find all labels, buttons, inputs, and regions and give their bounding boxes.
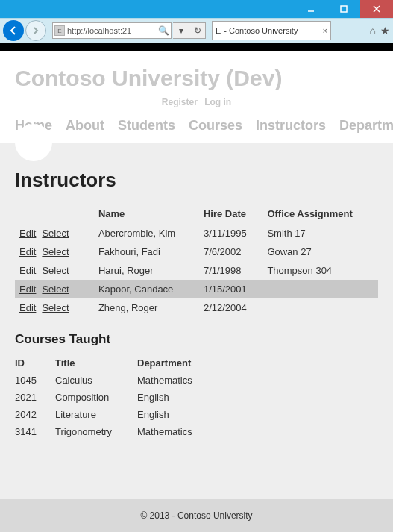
footer: © 2013 - Contoso University — [0, 499, 393, 532]
cell-title: Composition — [55, 389, 137, 406]
instructors-table: Name Hire Date Office Assignment EditSel… — [15, 204, 378, 317]
col-hire: Hire Date — [199, 204, 262, 224]
table-row: 2042LiteratureEnglish — [15, 406, 203, 423]
minimize-button[interactable] — [295, 0, 327, 18]
search-icon[interactable]: 🔍 — [158, 25, 169, 36]
nav-departments[interactable]: Departments — [339, 118, 393, 134]
tab-close-icon[interactable]: × — [323, 26, 327, 35]
nav-about[interactable]: About — [66, 118, 104, 134]
cell-hire: 1/15/2001 — [199, 280, 262, 298]
cell-id: 1045 — [15, 372, 55, 389]
select-link[interactable]: Select — [42, 265, 69, 276]
cell-office — [262, 298, 378, 317]
cell-title: Calculus — [55, 372, 137, 389]
maximize-button[interactable] — [327, 0, 360, 18]
cell-name: Harui, Roger — [94, 261, 199, 280]
cell-id: 3141 — [15, 423, 55, 440]
cell-hire: 7/1/1998 — [199, 261, 262, 280]
select-link[interactable]: Select — [42, 228, 69, 239]
address-url-prefix: http:// — [67, 26, 88, 35]
page-title: Instructors — [15, 169, 378, 192]
register-link[interactable]: Register — [162, 97, 198, 107]
table-row: EditSelectFakhouri, Fadi7/6/2002Gowan 27 — [15, 242, 378, 261]
cell-dept: English — [137, 406, 203, 423]
window-titlebar — [0, 0, 393, 18]
cell-hire: 3/11/1995 — [199, 224, 262, 242]
address-bar[interactable]: E http://localhost:21 🔍 — [52, 22, 172, 39]
addr-dropdown-button[interactable]: ▾ — [173, 22, 189, 39]
col-title: Title — [55, 354, 137, 372]
forward-button[interactable] — [25, 20, 46, 41]
address-buttons: ▾ ↻ — [173, 22, 206, 39]
browser-toolbar: E http://localhost:21 🔍 ▾ ↻ E - Contoso … — [0, 18, 393, 43]
cell-dept: Mathematics — [137, 372, 203, 389]
refresh-button[interactable]: ↻ — [189, 22, 206, 39]
edit-link[interactable]: Edit — [19, 228, 36, 239]
cell-id: 2042 — [15, 406, 55, 423]
favorites-icon[interactable]: ★ — [380, 25, 390, 37]
cell-title: Literature — [55, 406, 137, 423]
cell-hire: 2/12/2004 — [199, 298, 262, 317]
select-link[interactable]: Select — [42, 302, 69, 313]
page-favicon-icon: E — [54, 25, 65, 36]
cell-dept: Mathematics — [137, 423, 203, 440]
cell-title: Trigonometry — [55, 423, 137, 440]
table-row: EditSelectHarui, Roger7/1/1998Thompson 3… — [15, 261, 378, 280]
courses-taught-title: Courses Taught — [15, 332, 378, 347]
nav-instructors[interactable]: Instructors — [256, 118, 326, 134]
svg-rect-1 — [341, 6, 347, 12]
col-dept: Department — [137, 354, 203, 372]
home-icon[interactable]: ⌂ — [370, 25, 376, 37]
login-link[interactable]: Log in — [204, 97, 231, 107]
col-office: Office Assignment — [262, 204, 378, 224]
table-row: 1045CalculusMathematics — [15, 372, 203, 389]
edit-link[interactable]: Edit — [19, 284, 36, 295]
cell-office: Gowan 27 — [262, 242, 378, 261]
col-name: Name — [94, 204, 199, 224]
table-row: EditSelectKapoor, Candace1/15/2001 — [15, 280, 378, 298]
cell-hire: 7/6/2002 — [199, 242, 262, 261]
col-id: ID — [15, 354, 55, 372]
cell-name: Fakhouri, Fadi — [94, 242, 199, 261]
address-url-host: localhost:21 — [88, 26, 132, 35]
edit-link[interactable]: Edit — [19, 265, 36, 276]
cell-dept: English — [137, 389, 203, 406]
top-black-bar — [0, 43, 393, 51]
cell-name: Abercrombie, Kim — [94, 224, 199, 242]
browser-tab[interactable]: E - Contoso University × — [212, 21, 331, 40]
footer-text: © 2013 - Contoso University — [140, 510, 252, 521]
nav-students[interactable]: Students — [118, 118, 175, 134]
site-title: Contoso University (Dev) — [15, 66, 378, 91]
table-row: 2021CompositionEnglish — [15, 389, 203, 406]
cell-id: 2021 — [15, 389, 55, 406]
tab-title: - Contoso University — [224, 26, 298, 35]
account-links: Register Log in — [15, 97, 378, 107]
select-link[interactable]: Select — [42, 246, 69, 257]
cell-name: Zheng, Roger — [94, 298, 199, 317]
edit-link[interactable]: Edit — [19, 246, 36, 257]
nav-courses[interactable]: Courses — [189, 118, 242, 134]
select-link[interactable]: Select — [42, 284, 69, 295]
courses-table: ID Title Department 1045CalculusMathemat… — [15, 354, 203, 440]
edit-link[interactable]: Edit — [19, 302, 36, 313]
close-button[interactable] — [360, 0, 393, 18]
table-row: EditSelectAbercrombie, Kim3/11/1995Smith… — [15, 224, 378, 242]
back-button[interactable] — [3, 20, 24, 41]
cell-office — [262, 280, 378, 298]
tab-favicon-icon: E — [216, 26, 221, 35]
avatar — [15, 124, 52, 161]
table-row: 3141TrigonometryMathematics — [15, 423, 203, 440]
cell-office: Smith 17 — [262, 224, 378, 242]
cell-office: Thompson 304 — [262, 261, 378, 280]
main-nav: Home About Students Courses Instructors … — [15, 118, 378, 134]
table-row: EditSelectZheng, Roger2/12/2004 — [15, 298, 378, 317]
cell-name: Kapoor, Candace — [94, 280, 199, 298]
